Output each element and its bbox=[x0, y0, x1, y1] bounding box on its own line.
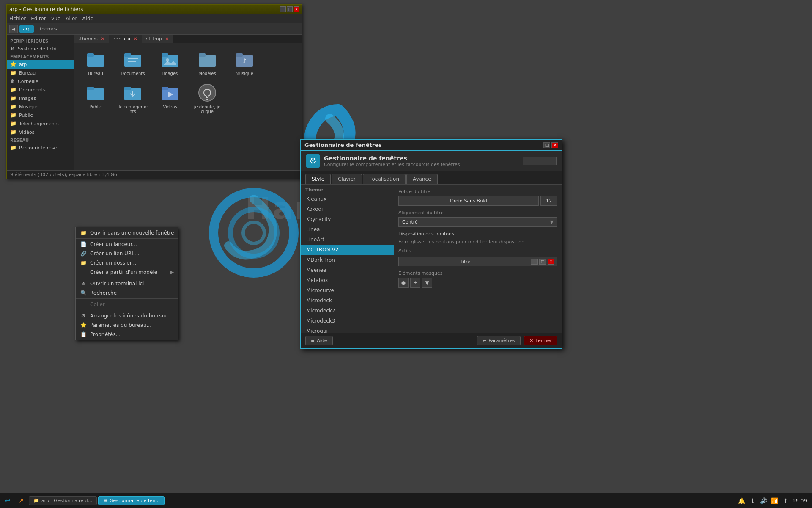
wm-btn-maximize[interactable]: □ bbox=[539, 259, 546, 265]
sidebar-item-images[interactable]: 📁 Images bbox=[7, 94, 74, 102]
sidebar-item-arp[interactable]: ⭐ arp bbox=[7, 60, 74, 69]
file-manager-tabs: .themes ✕ ••• arp ✕ sf_tmp ✕ bbox=[74, 35, 302, 43]
wm-close-btn[interactable]: ✕ bbox=[551, 142, 558, 148]
sidebar-item-public[interactable]: 📁 Public bbox=[7, 111, 74, 119]
folder-icon-telechargements bbox=[123, 83, 143, 103]
tab-close-themes[interactable]: ✕ bbox=[101, 36, 104, 41]
taskbar-btn-2[interactable]: ↗ bbox=[15, 495, 27, 507]
ctx-open-window[interactable]: 📁 Ouvrir dans une nouvelle fenêtre bbox=[76, 228, 178, 237]
maximize-button[interactable]: □ bbox=[287, 6, 293, 12]
tray-network-icon[interactable]: 📶 bbox=[770, 497, 779, 505]
theme-linea[interactable]: Linea bbox=[301, 224, 394, 235]
theme-kokodi[interactable]: Kokodi bbox=[301, 204, 394, 214]
theme-metabox[interactable]: Metabox bbox=[301, 275, 394, 285]
special-file-icon bbox=[197, 83, 217, 103]
tab-sf-tmp[interactable]: sf_tmp ✕ bbox=[142, 35, 174, 43]
handy-circle-logo bbox=[207, 186, 300, 281]
tab-clavier[interactable]: Clavier bbox=[332, 174, 362, 184]
tab-themes[interactable]: .themes ✕ bbox=[74, 35, 109, 43]
tab-avance[interactable]: Avancé bbox=[406, 174, 438, 184]
wm-font-size[interactable]: 12 bbox=[540, 196, 557, 206]
ctx-create-launcher[interactable]: 📄 Créer un lanceur... bbox=[76, 240, 178, 249]
file-images[interactable]: Images bbox=[153, 47, 187, 77]
wm-search-box[interactable] bbox=[523, 157, 557, 165]
file-musique[interactable]: ♪ Musique bbox=[228, 47, 261, 77]
theme-meenee[interactable]: Meenee bbox=[301, 265, 394, 275]
wm-disposition-label: Disposition des boutons bbox=[398, 231, 557, 237]
file-telechargements[interactable]: Téléchargements bbox=[116, 81, 150, 116]
tab-arp[interactable]: ••• arp ✕ bbox=[109, 35, 142, 43]
file-public[interactable]: Public bbox=[79, 81, 112, 116]
sidebar-item-corbeille[interactable]: 🗑 Corbeille bbox=[7, 77, 74, 86]
back-button[interactable]: ◀ bbox=[9, 25, 18, 33]
menu-aller[interactable]: Aller bbox=[66, 16, 77, 22]
ctx-create-folder[interactable]: 📁 Créer un dossier... bbox=[76, 258, 178, 268]
wm-font-section: Police du titre Droid Sans Bold 12 bbox=[398, 189, 557, 206]
close-button[interactable]: ✕ bbox=[294, 6, 299, 12]
svg-point-0 bbox=[214, 193, 294, 273]
tab-style[interactable]: Style bbox=[305, 174, 331, 184]
ctx-create-from-template[interactable]: Créer à partir d'un modèle ▶ bbox=[76, 268, 178, 277]
menu-vue[interactable]: Vue bbox=[51, 16, 60, 22]
sidebar-item-systeme[interactable]: 🖥 Système de fichi... bbox=[7, 44, 74, 53]
menu-fichier[interactable]: Fichier bbox=[9, 16, 26, 22]
file-modeles[interactable]: Modèles bbox=[190, 47, 224, 77]
breadcrumb-themes[interactable]: .themes bbox=[35, 25, 60, 33]
wm-parametres-button[interactable]: ← Paramètres bbox=[477, 336, 521, 345]
file-bureau[interactable]: Bureau bbox=[79, 47, 112, 77]
wm-buttons-section: Disposition des boutons Faire glisser le… bbox=[398, 231, 557, 266]
tab-close-arp[interactable]: ✕ bbox=[134, 36, 137, 41]
file-jedebute[interactable]: je débute, je clique bbox=[190, 81, 224, 116]
ctx-search[interactable]: 🔍 Recherche bbox=[76, 288, 178, 298]
taskbar-item-file-manager[interactable]: 📁 arp - Gestionnaire d... bbox=[29, 496, 97, 505]
theme-kleanux[interactable]: Kleanux bbox=[301, 194, 394, 204]
ctx-properties[interactable]: 📋 Propriétés... bbox=[76, 330, 178, 339]
minimize-button[interactable]: _ bbox=[280, 6, 286, 12]
taskbar-item-wm[interactable]: 🖥 Gestionnaire de fen... bbox=[98, 496, 165, 505]
tray-info-icon[interactable]: ℹ bbox=[748, 497, 757, 505]
theme-mdark-tron[interactable]: MDark Tron bbox=[301, 255, 394, 265]
sidebar-item-documents[interactable]: 📁 Documents bbox=[7, 86, 74, 94]
theme-microgui[interactable]: Microgui bbox=[301, 326, 394, 333]
wm-btn-minimize[interactable]: – bbox=[531, 259, 538, 265]
file-documents[interactable]: Documents bbox=[116, 47, 150, 77]
sidebar-item-bureau[interactable]: 📁 Bureau bbox=[7, 69, 74, 77]
taskbar-btn-1[interactable]: ↩ bbox=[2, 495, 14, 507]
sidebar-item-videos[interactable]: 📁 Vidéos bbox=[7, 128, 74, 136]
theme-lineart[interactable]: LineArt bbox=[301, 235, 394, 245]
tab-close-sftmp[interactable]: ✕ bbox=[165, 36, 169, 41]
ctx-arrange-icons[interactable]: ⚙ Arranger les icônes du bureau bbox=[76, 311, 178, 320]
theme-microcurve[interactable]: Microcurve bbox=[301, 285, 394, 295]
ctx-desktop-settings[interactable]: ⭐ Paramètres du bureau... bbox=[76, 320, 178, 330]
ctx-open-terminal[interactable]: 🖥 Ouvrir un terminal ici bbox=[76, 279, 178, 288]
sidebar-item-telechargements[interactable]: 📁 Téléchargements bbox=[7, 119, 74, 128]
wm-alignement-select[interactable]: Centré ▼ bbox=[398, 217, 557, 227]
theme-microdeck2[interactable]: Microdeck2 bbox=[301, 306, 394, 316]
wm-fermer-button[interactable]: ✕ Fermer bbox=[524, 336, 557, 345]
breadcrumb-arp[interactable]: arp bbox=[19, 25, 34, 33]
hidden-icon-3[interactable]: ▼ bbox=[422, 278, 432, 288]
hidden-icon-1[interactable]: ● bbox=[398, 278, 409, 288]
theme-mc-tron-v2[interactable]: MC TRON V2 bbox=[301, 245, 394, 255]
tray-volume-icon[interactable]: 🔊 bbox=[759, 497, 768, 505]
sidebar-item-musique[interactable]: 📁 Musique bbox=[7, 102, 74, 111]
svg-rect-10 bbox=[162, 53, 168, 57]
wm-maximize-btn[interactable]: □ bbox=[543, 142, 550, 148]
menu-editer[interactable]: Éditer bbox=[31, 16, 46, 22]
theme-microdeck3[interactable]: Microdeck3 bbox=[301, 316, 394, 326]
sidebar-item-reseau[interactable]: 📁 Parcourir le rése... bbox=[7, 144, 74, 152]
wm-btn-close[interactable]: ✕ bbox=[548, 259, 554, 265]
menu-aide[interactable]: Aide bbox=[82, 16, 93, 22]
tray-notification-icon[interactable]: 🔔 bbox=[737, 497, 746, 505]
file-videos[interactable]: Vidéos bbox=[153, 81, 187, 116]
theme-koynacity[interactable]: Koynacity bbox=[301, 214, 394, 224]
hidden-icon-2[interactable]: + bbox=[410, 278, 420, 288]
wm-settings-panel: Police du titre Droid Sans Bold 12 Align… bbox=[394, 185, 562, 333]
tray-update-icon[interactable]: ⬆ bbox=[781, 497, 790, 505]
terminal-icon: 🖥 bbox=[80, 281, 87, 287]
ctx-create-link[interactable]: 🔗 Créer un lien URL... bbox=[76, 249, 178, 258]
theme-microdeck[interactable]: Microdeck bbox=[301, 295, 394, 306]
wm-aide-button[interactable]: ≡ Aide bbox=[305, 336, 333, 345]
wm-font-name[interactable]: Droid Sans Bold bbox=[398, 196, 539, 206]
tab-focalisation[interactable]: Focalisation bbox=[363, 174, 406, 184]
